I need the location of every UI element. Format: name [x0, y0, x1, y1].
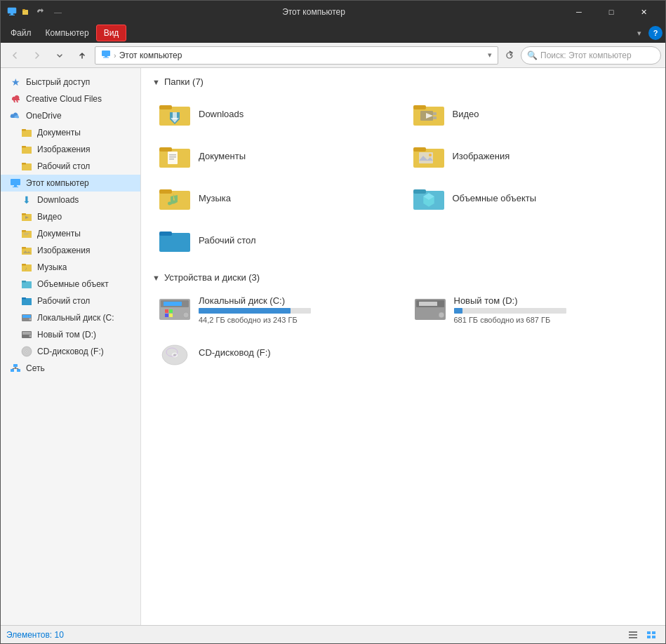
up-button[interactable]: [72, 46, 92, 65]
sidebar-item-music[interactable]: ♪ Музыка: [1, 259, 140, 276]
details-view-button[interactable]: [625, 628, 641, 642]
tiles-view-button[interactable]: [643, 628, 660, 642]
menu-file[interactable]: Файл: [4, 25, 39, 41]
sidebar-label-3d: Объемные объект: [37, 279, 109, 289]
devices-chevron[interactable]: ▼: [152, 274, 160, 282]
svg-rect-69: [159, 189, 172, 194]
undo-icon[interactable]: [34, 6, 46, 18]
svg-rect-94: [629, 637, 637, 638]
breadcrumb-separator: ›: [114, 51, 116, 60]
sidebar-label-creative-cloud: Creative Cloud Files: [26, 94, 102, 104]
sidebar-item-od-images[interactable]: Изображения: [1, 141, 140, 158]
cd-content-icon: [158, 338, 192, 366]
refresh-button[interactable]: [501, 47, 518, 64]
device-cd-f[interactable]: CD-дисковод (F:): [152, 334, 654, 370]
explorer-window: — Этот компьютер ─ □ ✕ Файл Компьютер Ви…: [0, 0, 666, 644]
menubar: Файл Компьютер Вид ▾ ?: [1, 23, 665, 43]
sidebar-item-volume-d[interactable]: Новый том (D:): [1, 326, 140, 343]
sidebar-label-od-documents: Документы: [37, 128, 81, 137]
sidebar-item-video[interactable]: Видео: [1, 208, 140, 225]
devices-section-header[interactable]: ▼ Устройства и диски (3): [152, 272, 654, 283]
sidebar-item-onedrive[interactable]: OneDrive: [1, 107, 140, 124]
sidebar-item-quick-access[interactable]: ★ Быстрый доступ: [1, 74, 140, 90]
folders-chevron[interactable]: ▼: [152, 78, 160, 86]
device-local-disk-c[interactable]: Локальный диск (C:) 44,2 ГБ свободно из …: [152, 291, 399, 328]
sidebar-label-network: Сеть: [26, 363, 45, 373]
svg-point-35: [29, 318, 32, 321]
window-controls: ─ □ ✕: [563, 1, 660, 23]
svg-point-67: [429, 154, 432, 156]
svg-point-41: [26, 351, 27, 352]
svg-rect-34: [22, 315, 31, 318]
sidebar-label-local-disk: Локальный диск (С:: [37, 313, 114, 323]
svg-point-86: [439, 312, 444, 318]
sidebar-item-od-desktop[interactable]: Рабочий стол: [1, 158, 140, 175]
help-button[interactable]: ?: [648, 26, 662, 40]
monitor-icon: [6, 6, 18, 18]
svg-rect-1: [11, 13, 13, 15]
music-folder-icon: ♪: [20, 261, 33, 274]
search-icon: 🔍: [527, 51, 538, 60]
devices-section-title: Устройства и диски (3): [164, 272, 260, 283]
menu-computer[interactable]: Компьютер: [39, 25, 96, 41]
minimize-button[interactable]: ─: [563, 1, 595, 23]
svg-rect-25: [22, 247, 26, 249]
sidebar-label-music: Музыка: [37, 262, 67, 272]
titlebar: — Этот компьютер ─ □ ✕: [1, 1, 665, 23]
sidebar-item-docs[interactable]: Документы: [1, 225, 140, 242]
sidebar-label-docs: Документы: [37, 229, 81, 239]
view-toggle-buttons: [625, 628, 660, 642]
onedrive-icon: [9, 109, 22, 122]
folder-downloads[interactable]: Downloads: [152, 95, 401, 132]
sidebar-item-local-disk[interactable]: Локальный диск (С:: [1, 309, 140, 326]
recent-locations-button[interactable]: [50, 46, 69, 65]
svg-rect-14: [11, 179, 20, 185]
maximize-button[interactable]: □: [595, 1, 627, 23]
sidebar-item-network[interactable]: Сеть: [1, 360, 140, 377]
folders-section-title: Папки (7): [164, 76, 204, 87]
address-dropdown-chevron[interactable]: ▾: [488, 51, 492, 60]
svg-rect-87: [419, 302, 437, 306]
forward-button[interactable]: [27, 46, 47, 65]
folder-desktop-icon: [158, 226, 192, 254]
svg-rect-61: [169, 154, 176, 156]
folder-video[interactable]: Видео: [406, 95, 655, 132]
sidebar-label-video: Видео: [37, 212, 62, 222]
desktop-folder-icon: [20, 295, 33, 307]
sidebar-item-creative-cloud[interactable]: Creative Cloud Files: [1, 90, 140, 107]
sidebar-item-images[interactable]: Изображения: [1, 242, 140, 259]
svg-rect-63: [169, 159, 174, 160]
sidebar-item-3d[interactable]: Объемные объект: [1, 276, 140, 293]
sidebar-item-od-documents[interactable]: Документы: [1, 124, 140, 141]
sidebar-item-this-pc[interactable]: Этот компьютер: [1, 175, 140, 192]
titlebar-title: Этот компьютер: [65, 7, 563, 17]
device-volume-d[interactable]: Новый том (D:) 681 ГБ свободно из 687 ГБ: [408, 291, 655, 328]
svg-rect-21: [22, 230, 26, 232]
hdd-d-icon: [413, 295, 447, 323]
svg-rect-42: [13, 364, 18, 367]
device-d-info: Новый том (D:) 681 ГБ свободно из 687 ГБ: [454, 295, 566, 324]
close-button[interactable]: ✕: [627, 1, 660, 23]
volume-d-icon: [20, 328, 33, 341]
search-placeholder: Поиск: Этот компьютер: [540, 51, 632, 60]
sidebar-item-desktop[interactable]: Рабочий стол: [1, 293, 140, 309]
svg-line-46: [13, 368, 16, 370]
back-button[interactable]: [5, 46, 25, 65]
menu-dropdown-chevron[interactable]: ▾: [633, 26, 646, 41]
device-d-name: Новый том (D:): [454, 295, 566, 306]
folder-desktop[interactable]: Рабочий стол: [152, 222, 401, 258]
folder-music[interactable]: Музыка: [152, 180, 401, 216]
address-bar[interactable]: › Этот компьютер ▾: [95, 46, 498, 65]
svg-rect-93: [629, 634, 637, 636]
menu-view[interactable]: Вид: [96, 25, 127, 41]
sidebar-item-downloads[interactable]: ⬇ Downloads: [1, 192, 140, 208]
sidebar-item-cd[interactable]: CD-дисковод (F:): [1, 343, 140, 360]
sidebar-label-downloads: Downloads: [37, 195, 79, 205]
hdd-c-icon: [158, 295, 192, 323]
search-bar[interactable]: 🔍 Поиск: Этот компьютер: [521, 46, 661, 65]
folder-images[interactable]: Изображения: [406, 137, 655, 174]
svg-rect-44: [17, 369, 20, 372]
folder-3d[interactable]: Объемные объекты: [406, 180, 655, 216]
folders-section-header[interactable]: ▼ Папки (7): [152, 76, 654, 87]
folder-documents[interactable]: Документы: [152, 137, 401, 174]
